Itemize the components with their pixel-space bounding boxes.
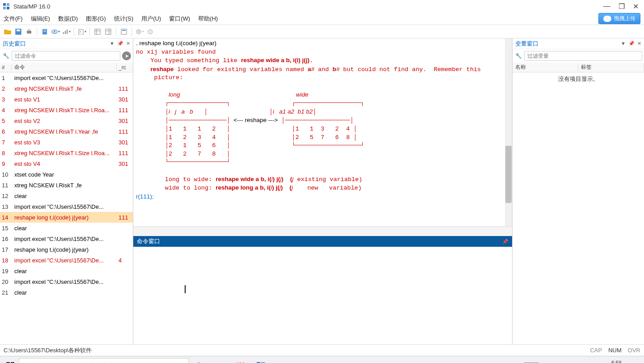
cortana-icon[interactable]: ◯ xyxy=(189,358,209,363)
history-col-cmd[interactable]: 命令 xyxy=(12,63,117,71)
start-button[interactable] xyxy=(2,358,19,363)
history-row[interactable]: 6xtreg NCSKEW l.RiskT i.Year ,fe111 xyxy=(0,126,133,137)
status-cap: CAP xyxy=(590,347,602,354)
close-panel-icon[interactable]: ✕ xyxy=(126,41,130,46)
wrench-icon[interactable]: 🔧 xyxy=(2,53,10,59)
menu-data[interactable]: 数据(D) xyxy=(58,15,78,23)
command-pin-icon[interactable]: 📌 xyxy=(502,239,508,245)
history-row[interactable]: 21clear xyxy=(0,287,133,298)
graph-icon[interactable] xyxy=(61,27,71,37)
variables-manager-icon[interactable] xyxy=(119,27,129,37)
log-icon[interactable] xyxy=(40,27,50,37)
command-input[interactable] xyxy=(133,247,512,344)
variables-filter-input[interactable] xyxy=(524,51,642,61)
cloud-upload-button[interactable]: 拖拽上传 xyxy=(598,13,640,24)
close-panel-icon[interactable]: ✕ xyxy=(637,41,641,46)
menubar: 文件(F) 编辑(E) 数据(D) 图形(G) 统计(S) 用户(U) 窗口(W… xyxy=(0,13,644,25)
history-row[interactable]: 10xtset code Year xyxy=(0,169,133,180)
filter-icon[interactable]: ▼ xyxy=(621,41,626,46)
filter-icon[interactable]: ▼ xyxy=(110,41,114,46)
history-row[interactable]: 18import excel "C:\Users\15567\De...4 xyxy=(0,255,133,266)
menu-user[interactable]: 用户(U) xyxy=(141,15,161,23)
history-row[interactable]: 1import excel "C:\Users\15567\De... xyxy=(0,72,133,83)
variables-title: 变量窗口 xyxy=(515,40,621,48)
results-window[interactable]: . reshape long t,i(code) j(year) no xij … xyxy=(133,38,512,226)
history-row[interactable]: 9est sto V4301 xyxy=(0,158,133,169)
status-path: C:\Users\15567\Desktop\各种软件 xyxy=(4,346,92,355)
history-row[interactable]: 5est sto V2301 xyxy=(0,115,133,126)
svg-rect-10 xyxy=(43,31,46,32)
svg-point-12 xyxy=(54,31,55,33)
close-button[interactable]: ✕ xyxy=(633,2,639,11)
history-panel: 历史窗口 ▼ 📌 ✕ 🔧 ➤ # 命令 _rc 1import excel "C… xyxy=(0,38,133,344)
history-row[interactable]: 11xtreg NCSKEW l.RiskT ,fe xyxy=(0,180,133,190)
titlebar: Stata/MP 16.0 — ❐ ✕ xyxy=(0,0,644,13)
data-editor-icon[interactable] xyxy=(93,27,102,37)
menu-help[interactable]: 帮助(H) xyxy=(198,15,218,23)
stata-taskbar-icon[interactable] xyxy=(250,358,271,363)
history-row[interactable]: 17reshape long t,i(code) j(year) xyxy=(0,244,133,255)
break-icon[interactable] xyxy=(145,27,155,37)
do-editor-icon[interactable] xyxy=(77,27,87,37)
menu-window[interactable]: 窗口(W) xyxy=(169,15,190,23)
history-row[interactable]: 4xtreg NCSKEW l.RiskT l.Size l.Roa...111 xyxy=(0,105,133,115)
maximize-button[interactable]: ❐ xyxy=(619,2,625,11)
open-icon[interactable] xyxy=(3,27,13,37)
history-filter-input[interactable] xyxy=(12,51,120,61)
view-icon[interactable] xyxy=(51,27,60,37)
results-pager xyxy=(133,226,512,236)
history-row[interactable]: 2xtreg NCSKEW l.RiskT ,fe111 xyxy=(0,83,133,94)
print-icon[interactable] xyxy=(24,27,34,37)
menu-edit[interactable]: 编辑(E) xyxy=(31,15,50,23)
taskbar-clock[interactable]: 6:58 2022/2/17 xyxy=(605,360,628,363)
history-col-num: # xyxy=(0,64,12,71)
history-row[interactable]: 13import excel "C:\Users\15567\De... xyxy=(0,201,133,212)
save-icon[interactable] xyxy=(13,27,23,37)
history-row[interactable]: 14reshape long t,i(code) j(year)111 xyxy=(0,212,133,223)
toolbar xyxy=(0,25,644,38)
center-panel: . reshape long t,i(code) j(year) no xij … xyxy=(133,38,513,344)
vars-col-name[interactable]: 名称 xyxy=(513,63,578,71)
history-row[interactable]: 15clear xyxy=(0,223,133,233)
menu-file[interactable]: 文件(F) xyxy=(4,15,23,23)
taskbar: 🔍 ◯ ⊞ W ^ 🔌 100% ☁ 📶 🔊 🛡 中 英 6:58 2022/2… xyxy=(0,356,644,363)
vars-col-label[interactable]: 标签 xyxy=(578,63,644,71)
taskbar-search[interactable]: 🔍 xyxy=(19,358,189,363)
wrench-icon[interactable]: 🔧 xyxy=(514,53,522,59)
history-col-rc[interactable]: _rc xyxy=(117,64,133,71)
command-window-title: 命令窗口 xyxy=(137,237,160,245)
svg-point-25 xyxy=(136,29,141,34)
filter-go-icon[interactable]: ➤ xyxy=(122,51,131,60)
history-list[interactable]: 1import excel "C:\Users\15567\De...2xtre… xyxy=(0,72,133,344)
status-ovr: OVR xyxy=(628,347,640,354)
minimize-button[interactable]: — xyxy=(603,2,610,11)
svg-rect-2 xyxy=(3,7,6,9)
menu-graphics[interactable]: 图形(G) xyxy=(86,15,106,23)
svg-rect-0 xyxy=(3,3,6,6)
history-row[interactable]: 12clear xyxy=(0,190,133,201)
history-row[interactable]: 20import excel "C:\Users\15567\De... xyxy=(0,276,133,287)
app-title: Stata/MP 16.0 xyxy=(13,3,50,10)
history-row[interactable]: 7est sto V3301 xyxy=(0,137,133,148)
status-num: NUM xyxy=(608,347,622,354)
svg-rect-14 xyxy=(65,31,66,34)
history-row[interactable]: 16import excel "C:\Users\15567\De... xyxy=(0,233,133,244)
svg-rect-13 xyxy=(63,32,64,34)
history-row[interactable]: 8xtreg NCSKEW l.RiskT l.Size l.Roa...111 xyxy=(0,148,133,158)
wps-icon[interactable]: W xyxy=(230,358,250,363)
svg-rect-9 xyxy=(43,30,46,30)
taskview-icon[interactable]: ⊞ xyxy=(209,358,230,363)
command-window-header: 命令窗口 📌 xyxy=(133,236,512,247)
data-browser-icon[interactable] xyxy=(103,27,113,37)
vars-empty-text: 没有项目显示。 xyxy=(513,72,644,83)
svg-rect-5 xyxy=(17,30,20,31)
svg-rect-6 xyxy=(27,31,31,34)
results-scrollbar[interactable] xyxy=(505,38,512,226)
svg-rect-1 xyxy=(7,3,9,6)
menu-statistics[interactable]: 统计(S) xyxy=(114,15,133,23)
pin-icon[interactable]: 📌 xyxy=(117,41,123,46)
history-row[interactable]: 19clear xyxy=(0,266,133,276)
more-icon[interactable] xyxy=(135,27,144,37)
pin-icon[interactable]: 📌 xyxy=(628,41,635,46)
history-row[interactable]: 3est sto V1301 xyxy=(0,94,133,105)
